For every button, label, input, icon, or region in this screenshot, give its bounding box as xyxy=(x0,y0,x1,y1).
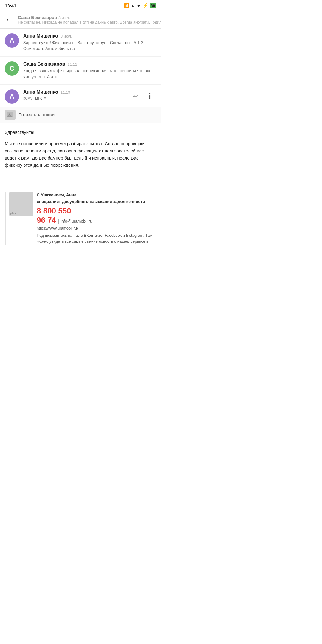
show-images-bar[interactable]: Показать картинки xyxy=(0,107,161,123)
email-expanded: А Анна Мищенко 11:19 кому: мне ▾ ↩ ⋮ xyxy=(0,85,161,244)
message-time: 11:19 xyxy=(61,90,70,95)
sig-social: Подписывайтесь на нас в ВКонтакте, Faceb… xyxy=(37,233,156,244)
email-paragraph1: Мы все проверили и провели разбирательст… xyxy=(5,140,156,169)
sig-phone: 8 800 550 96 74 | info@uramobil.ru xyxy=(37,206,156,225)
email-divider-marker: -- xyxy=(5,173,156,180)
back-button[interactable]: ← xyxy=(2,13,16,26)
top-bar-preview: Саша Бекназаров 3 июл. Не согласен. Нико… xyxy=(18,15,161,24)
email-to-label: кому: xyxy=(23,96,34,100)
sender-name: Анна Мищенко xyxy=(23,33,58,39)
email-to-row[interactable]: кому: мне ▾ xyxy=(23,96,125,100)
charge-icon: ⚡ xyxy=(143,3,148,8)
message-preview: Здравствуйте! Фиксация от Вас отсутствуе… xyxy=(23,40,156,52)
image-placeholder-icon xyxy=(5,110,16,120)
more-icon-email: ⋮ xyxy=(146,92,153,100)
avatar: А xyxy=(5,89,19,104)
reply-button[interactable]: ↩ xyxy=(129,89,142,103)
top-bar: ← Саша Бекназаров 3 июл. Не согласен. Ни… xyxy=(0,11,161,29)
message-time: 3 июл. xyxy=(61,34,72,38)
message-header: Саша Бекназаров 11:11 xyxy=(23,61,156,67)
email-header-info: Анна Мищенко 11:19 кому: мне ▾ xyxy=(23,89,125,100)
wifi-icon: ▼ xyxy=(137,3,141,8)
email-expanded-header: А Анна Мищенко 11:19 кому: мне ▾ ↩ ⋮ xyxy=(0,85,161,107)
sender-name: Анна Мищенко xyxy=(23,89,58,95)
email-greeting: Здравствуйте! xyxy=(5,129,156,136)
back-arrow-icon: ← xyxy=(6,16,12,24)
reply-icon: ↩ xyxy=(133,92,138,100)
avatar: С xyxy=(5,61,19,76)
message-content: Анна Мищенко 3 июл. Здравствуйте! Фиксац… xyxy=(23,33,156,52)
signal-icon: ▲ xyxy=(131,3,135,8)
avatar: А xyxy=(5,33,19,48)
top-bar-left: ← Саша Бекназаров 3 июл. Не согласен. Ни… xyxy=(2,13,161,26)
bluetooth-icon: 📶 xyxy=(123,3,129,8)
message-preview: Когда я звонил и фиксировал повреждения,… xyxy=(23,68,156,80)
more-button-email[interactable]: ⋮ xyxy=(143,89,156,103)
chevron-down-icon: ▾ xyxy=(44,96,46,100)
message-content: Саша Бекназаров 11:11 Когда я звонил и ф… xyxy=(23,61,156,80)
status-bar: 13:41 📶 ▲ ▼ ⚡ 38 xyxy=(0,0,161,11)
photo-label: photo xyxy=(10,211,18,215)
top-bar-sender: Саша Бекназаров 3 июл. xyxy=(18,15,161,20)
show-images-label: Показать картинки xyxy=(18,112,55,117)
sig-email: info@uramobil.ru xyxy=(61,219,92,224)
svg-point-1 xyxy=(9,114,10,115)
message-time: 11:11 xyxy=(68,62,78,66)
status-time: 13:41 xyxy=(5,3,16,8)
message-list: А Анна Мищенко 3 июл. Здравствуйте! Фикс… xyxy=(0,29,161,85)
signature-details: С Уважением, Анна специалист досудебного… xyxy=(37,192,156,244)
sig-name: С Уважением, Анна xyxy=(37,192,156,199)
sig-title: специалист досудебного взыскания задолже… xyxy=(37,199,156,205)
list-item[interactable]: А Анна Мищенко 3 июл. Здравствуйте! Фикс… xyxy=(0,29,161,57)
email-to-value: мне xyxy=(35,96,43,100)
email-signature: photo С Уважением, Анна специалист досуд… xyxy=(5,192,156,244)
email-header-actions: ↩ ⋮ xyxy=(129,89,156,103)
sender-name: Саша Бекназаров xyxy=(23,61,65,67)
status-icons: 📶 ▲ ▼ ⚡ 38 xyxy=(123,3,156,8)
email-body: Здравствуйте! Мы все проверили и провели… xyxy=(0,123,161,189)
message-header: Анна Мищенко 3 июл. xyxy=(23,33,156,39)
battery-indicator: 38 xyxy=(150,3,156,8)
signature-photo: photo xyxy=(9,192,33,216)
sig-website: https://www.uramobil.ru/ xyxy=(37,225,156,231)
email-header-top: Анна Мищенко 11:19 xyxy=(23,89,125,95)
list-item[interactable]: С Саша Бекназаров 11:11 Когда я звонил и… xyxy=(0,57,161,85)
top-bar-preview-text: Не согласен. Никогда не попадал в дтп на… xyxy=(18,20,161,24)
